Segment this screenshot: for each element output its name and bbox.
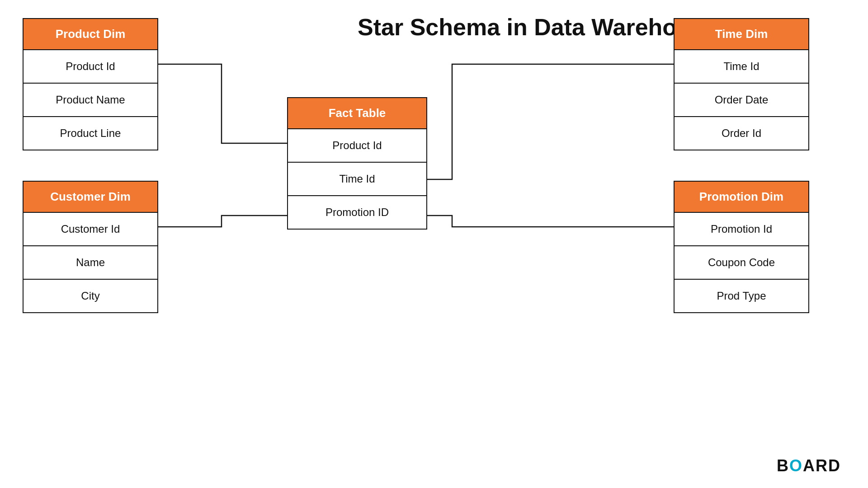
customer-dim-row-3: City (24, 280, 157, 312)
customer-dim-row-1: Customer Id (24, 213, 157, 246)
time-dim-row-1: Time Id (675, 50, 808, 84)
time-dim-row-2: Order Date (675, 84, 808, 117)
board-logo: BOARD (777, 456, 841, 475)
time-dim-row-3: Order Id (675, 117, 808, 150)
product-dim-table: Product Dim Product Id Product Name Prod… (23, 18, 158, 150)
fact-table-row-2: Time Id (288, 163, 426, 196)
time-dim-table: Time Dim Time Id Order Date Order Id (674, 18, 809, 150)
promotion-dim-table: Promotion Dim Promotion Id Coupon Code P… (674, 181, 809, 313)
product-dim-row-3: Product Line (24, 117, 157, 150)
customer-dim-header: Customer Dim (24, 182, 157, 213)
customer-dim-table: Customer Dim Customer Id Name City (23, 181, 158, 313)
customer-dim-row-2: Name (24, 246, 157, 280)
product-dim-header: Product Dim (24, 19, 157, 50)
promotion-dim-row-1: Promotion Id (675, 213, 808, 246)
fact-table: Fact Table Product Id Time Id Promotion … (287, 97, 427, 230)
promotion-dim-row-2: Coupon Code (675, 246, 808, 280)
time-dim-header: Time Dim (675, 19, 808, 50)
fact-table-header: Fact Table (288, 98, 426, 129)
promotion-dim-header: Promotion Dim (675, 182, 808, 213)
product-dim-row-1: Product Id (24, 50, 157, 84)
fact-table-row-3: Promotion ID (288, 196, 426, 229)
product-dim-row-2: Product Name (24, 84, 157, 117)
fact-table-row-1: Product Id (288, 129, 426, 163)
promotion-dim-row-3: Prod Type (675, 280, 808, 312)
